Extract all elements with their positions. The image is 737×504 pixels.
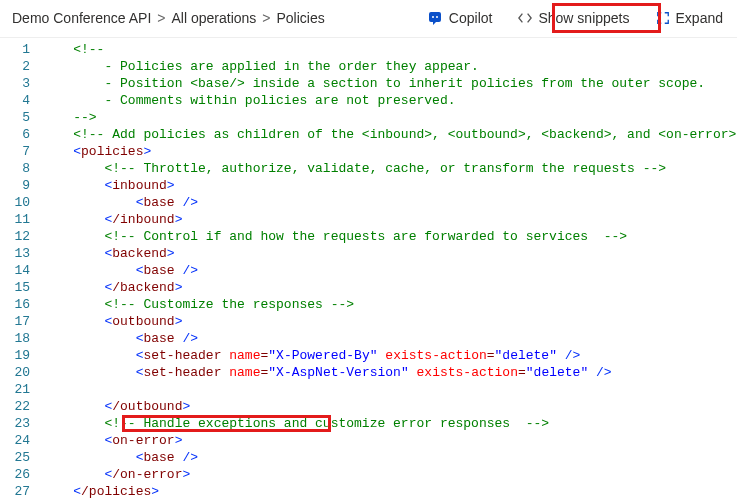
code-line[interactable]: </on-error> <box>42 466 737 483</box>
code-line[interactable]: <base /> <box>42 194 737 211</box>
copilot-button[interactable]: Copilot <box>423 8 497 28</box>
code-line[interactable]: - Policies are applied in the order they… <box>42 58 737 75</box>
code-line[interactable]: <!-- Throttle, authorize, validate, cach… <box>42 160 737 177</box>
line-number: 2 <box>0 58 30 75</box>
line-number: 4 <box>0 92 30 109</box>
code-line[interactable]: <set-header name="X-AspNet-Version" exis… <box>42 364 737 381</box>
code-line[interactable]: <on-error> <box>42 432 737 449</box>
code-editor[interactable]: 1234567891011121314151617181920212223242… <box>0 38 737 504</box>
breadcrumb-api[interactable]: Demo Conference API <box>12 10 151 26</box>
expand-button[interactable]: Expand <box>652 8 727 28</box>
code-line[interactable]: <backend> <box>42 245 737 262</box>
line-number: 7 <box>0 143 30 160</box>
code-line[interactable]: <base /> <box>42 449 737 466</box>
line-number: 10 <box>0 194 30 211</box>
code-line[interactable]: <!-- Control if and how the requests are… <box>42 228 737 245</box>
code-icon <box>518 11 532 25</box>
code-line[interactable]: <outbound> <box>42 313 737 330</box>
show-snippets-label: Show snippets <box>538 10 629 26</box>
line-number: 16 <box>0 296 30 313</box>
line-number: 8 <box>0 160 30 177</box>
line-number: 19 <box>0 347 30 364</box>
code-area[interactable]: <!-- - Policies are applied in the order… <box>42 38 737 504</box>
line-number: 20 <box>0 364 30 381</box>
code-line[interactable]: <inbound> <box>42 177 737 194</box>
breadcrumb-separator: > <box>262 10 270 26</box>
expand-label: Expand <box>676 10 723 26</box>
code-line[interactable]: <!-- Add policies as children of the <in… <box>42 126 737 143</box>
line-number: 5 <box>0 109 30 126</box>
code-line[interactable]: <base /> <box>42 330 737 347</box>
line-number: 22 <box>0 398 30 415</box>
code-line[interactable]: </inbound> <box>42 211 737 228</box>
code-line[interactable]: <!-- Handle exceptions and customize err… <box>42 415 737 432</box>
line-number: 1 <box>0 41 30 58</box>
line-number: 14 <box>0 262 30 279</box>
code-line[interactable] <box>42 381 737 398</box>
line-number: 23 <box>0 415 30 432</box>
line-number: 12 <box>0 228 30 245</box>
copilot-label: Copilot <box>449 10 493 26</box>
breadcrumb-operations[interactable]: All operations <box>171 10 256 26</box>
line-number: 24 <box>0 432 30 449</box>
code-line[interactable]: <policies> <box>42 143 737 160</box>
code-line[interactable]: <!-- Customize the responses --> <box>42 296 737 313</box>
line-number: 17 <box>0 313 30 330</box>
line-number: 11 <box>0 211 30 228</box>
code-line[interactable]: --> <box>42 109 737 126</box>
line-number-gutter: 1234567891011121314151617181920212223242… <box>0 38 42 504</box>
line-number: 13 <box>0 245 30 262</box>
breadcrumb-separator: > <box>157 10 165 26</box>
svg-point-1 <box>436 16 438 18</box>
line-number: 27 <box>0 483 30 500</box>
code-line[interactable]: - Comments within policies are not prese… <box>42 92 737 109</box>
line-number: 26 <box>0 466 30 483</box>
code-line[interactable]: </outbound> <box>42 398 737 415</box>
line-number: 6 <box>0 126 30 143</box>
code-line[interactable]: </backend> <box>42 279 737 296</box>
copilot-icon <box>427 10 443 26</box>
show-snippets-button[interactable]: Show snippets <box>514 8 633 28</box>
breadcrumb: Demo Conference API > All operations > P… <box>12 10 423 26</box>
header-actions: Copilot Show snippets Expand <box>423 8 727 28</box>
editor-header: Demo Conference API > All operations > P… <box>0 0 737 38</box>
code-line[interactable]: - Position <base/> inside a section to i… <box>42 75 737 92</box>
code-line[interactable]: <set-header name="X-Powered-By" exists-a… <box>42 347 737 364</box>
line-number: 3 <box>0 75 30 92</box>
code-line[interactable]: <base /> <box>42 262 737 279</box>
expand-icon <box>656 11 670 25</box>
line-number: 9 <box>0 177 30 194</box>
line-number: 15 <box>0 279 30 296</box>
line-number: 18 <box>0 330 30 347</box>
breadcrumb-policies: Policies <box>277 10 325 26</box>
line-number: 21 <box>0 381 30 398</box>
line-number: 25 <box>0 449 30 466</box>
code-line[interactable]: <!-- <box>42 41 737 58</box>
code-line[interactable]: </policies> <box>42 483 737 500</box>
svg-point-0 <box>432 16 434 18</box>
